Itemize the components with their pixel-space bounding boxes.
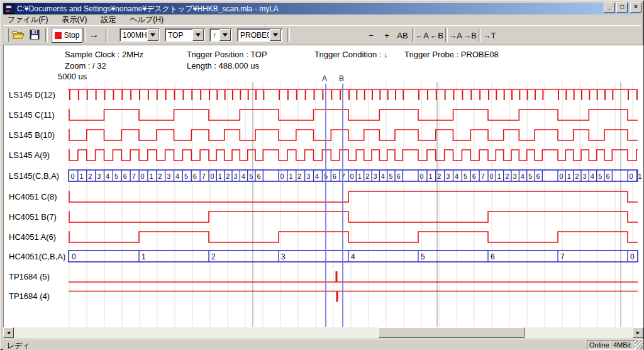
zoom-ab-button[interactable]: AB — [396, 29, 409, 42]
stop-button[interactable]: Stop — [52, 28, 82, 43]
trigger-position-combo[interactable]: TOP — [165, 28, 205, 42]
status-memory: 4MBit — [611, 340, 636, 350]
scroll-left-icon: ◄ — [6, 330, 11, 336]
minimize-button[interactable]: _ — [604, 3, 615, 13]
toolbar-separator — [106, 28, 108, 42]
trigger-probe-info: Trigger Probe : PROBE08 — [404, 50, 499, 59]
run-button[interactable]: → — [86, 28, 102, 42]
zoom-in-button[interactable]: + — [382, 29, 392, 42]
status-ready: レディ — [7, 341, 30, 350]
toolbar-separator — [287, 28, 290, 42]
open-file-button[interactable] — [11, 28, 25, 42]
toolbar-separator — [445, 28, 448, 42]
stop-icon — [55, 32, 62, 39]
resize-grip[interactable] — [635, 341, 643, 349]
channel-label-ls145-b: LS145 B(10) — [9, 130, 55, 140]
toolbar-separator — [479, 28, 481, 42]
chevron-down-icon — [150, 33, 155, 37]
menu-help[interactable]: ヘルプ(H) — [125, 14, 168, 26]
status-bar: レディ Online 4MBit — [3, 339, 643, 350]
move-right-to-b-button[interactable]: →B — [464, 29, 476, 42]
channel-label-ls145-d: LS145 D(12) — [9, 89, 55, 100]
channel-label-tp1684-5: TP1684 (5) — [9, 271, 50, 282]
time-scale-label: 5000 us — [58, 72, 87, 81]
scroll-left-button[interactable]: ◄ — [3, 327, 14, 338]
toolbar-separator — [83, 28, 86, 42]
channel-label-hc4051-b: HC4051 B(7) — [9, 212, 57, 222]
toolbar: Stop → 100MHz TOP ↑ PROBE00 − + AB ←A — [3, 25, 641, 45]
channel-label-ls145-a: LS145 A(9) — [9, 150, 50, 161]
menu-view[interactable]: 表示(V) — [57, 14, 91, 26]
status-online: Online — [587, 340, 611, 350]
open-folder-icon — [12, 30, 25, 40]
sample-clock-info: Sample Clock : 2MHz — [65, 50, 143, 59]
move-left-to-b-button[interactable]: ←B — [430, 29, 443, 42]
save-button[interactable] — [27, 28, 42, 42]
trigger-edge-value: ↑ — [210, 31, 219, 40]
window-title: C:¥Documents and Settings¥noname¥デスクトップ¥… — [17, 4, 279, 14]
channel-label-ls145-c: LS145 C(11) — [9, 110, 55, 120]
save-floppy-icon — [30, 30, 40, 40]
toolbar-gripper — [6, 28, 9, 42]
scrollbar-thumb[interactable] — [379, 327, 525, 338]
chevron-down-icon — [223, 33, 228, 37]
channel-label-tp1684-4: TP1684 (4) — [9, 291, 50, 302]
move-right-to-a-button[interactable]: →A — [449, 29, 462, 42]
channel-label-ls145-bus: LS145(C,B,A) — [9, 171, 59, 181]
move-left-to-a-button[interactable]: ←A — [416, 29, 428, 42]
cursor-a-label: A — [322, 74, 327, 83]
run-arrow-icon: → — [89, 29, 99, 40]
waveform-client-area — [3, 45, 643, 327]
trigger-probe-combo[interactable]: PROBE00 — [237, 28, 282, 42]
channel-label-hc4051-c: HC4051 C(8) — [9, 191, 57, 202]
scroll-right-icon: ► — [636, 330, 641, 336]
menu-settings[interactable]: 設定 — [96, 14, 120, 26]
trigger-edge-combo[interactable]: ↑ — [209, 28, 232, 42]
horizontal-scrollbar[interactable]: ◄ ► — [3, 327, 643, 338]
title-bar[interactable]: C:¥Documents and Settings¥noname¥デスクトップ¥… — [3, 3, 641, 14]
menu-file[interactable]: ファイル(F) — [3, 14, 52, 26]
trigger-probe-value: PROBE00 — [238, 31, 269, 40]
trigger-position-info: Trigger Position : TOP — [187, 50, 267, 59]
scroll-right-button[interactable]: ► — [633, 327, 643, 338]
channel-label-hc4051-bus: HC4051(C,B,A) — [9, 251, 65, 262]
sample-clock-value: 100MHz — [120, 31, 147, 40]
channel-label-hc4051-a: HC4051 A(6) — [9, 232, 56, 242]
toolbar-separator — [412, 28, 414, 42]
zoom-info: Zoom : / 32 — [65, 61, 106, 71]
toolbar-separator — [45, 28, 48, 42]
app-icon — [4, 4, 14, 14]
chevron-down-icon — [196, 33, 201, 37]
trigger-condition-info: Trigger Condition : ↓ — [314, 50, 388, 59]
trigger-position-value: TOP — [165, 31, 192, 40]
app-window: C:¥Documents and Settings¥noname¥デスクトップ¥… — [0, 0, 644, 350]
maximize-button[interactable]: □ — [616, 3, 628, 13]
stop-label: Stop — [64, 31, 80, 40]
close-button[interactable]: × — [630, 3, 641, 13]
cursor-b-label: B — [339, 74, 344, 83]
sample-clock-combo[interactable]: 100MHz — [119, 28, 160, 42]
goto-trigger-button[interactable]: →T — [483, 29, 496, 42]
length-info: Length : 488.000 us — [187, 61, 259, 71]
chevron-down-icon — [273, 33, 278, 37]
menu-bar: ファイル(F) 表示(V) 設定 ヘルプ(H) — [3, 14, 641, 25]
zoom-out-button[interactable]: − — [366, 29, 376, 42]
